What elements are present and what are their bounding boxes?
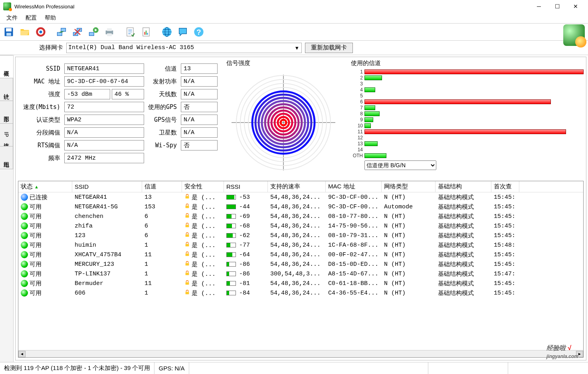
svg-rect-14: [107, 34, 112, 36]
rts-value: N/A: [64, 140, 144, 150]
target-button[interactable]: [34, 25, 48, 39]
th-mac[interactable]: MAC 地址: [326, 181, 382, 192]
table-row[interactable]: 可用NETGEAR41-5G153 是 (...-4454,48,36,24..…: [18, 202, 583, 212]
watermark: 经验啦 √ jingyanla.com: [546, 344, 578, 360]
report-button[interactable]: [139, 25, 153, 39]
save-button[interactable]: [2, 25, 16, 39]
app-icon: [3, 2, 11, 10]
svg-rect-42: [186, 215, 189, 218]
log-button[interactable]: [123, 25, 137, 39]
tab-summary[interactable]: 概要: [0, 55, 13, 78]
tab-ip[interactable]: IP 连接: [0, 123, 13, 146]
table-row[interactable]: 可用zhifa6 是 (...-6854,48,36,24...14-75-90…: [18, 221, 583, 231]
web-button[interactable]: [160, 25, 174, 39]
svg-rect-44: [186, 234, 189, 237]
status-orb-icon: [21, 251, 28, 258]
connect-button[interactable]: [54, 25, 69, 39]
channel-value: 13: [181, 63, 218, 74]
table-row[interactable]: 可用MERCURY_1231 是 (...-8654,48,36,24...D8…: [18, 259, 583, 269]
about-button[interactable]: [176, 25, 190, 39]
help-button[interactable]: ?: [192, 25, 206, 39]
th-rates[interactable]: 支持的速率: [268, 181, 326, 192]
status-orb-icon: [21, 241, 28, 249]
signal-title: 信号强度: [226, 59, 346, 67]
sort-asc-icon: ▲: [34, 184, 39, 189]
tab-graph[interactable]: 图形: [0, 101, 13, 124]
freq-label: 频率: [18, 154, 62, 162]
th-ssid[interactable]: SSID: [72, 181, 142, 192]
adapter-label: 选择网卡: [39, 44, 63, 51]
adapter-row: 选择网卡 Intel(R) Dual Band Wireless-AC 3165…: [0, 41, 588, 55]
gps-sig-label: GPS信号: [147, 116, 178, 124]
strength-pct: 46 %: [112, 89, 144, 99]
table-row[interactable]: 可用huimin1 是 (...-7754,48,36,24...1C-FA-6…: [18, 240, 583, 250]
menu-config[interactable]: 配置: [22, 14, 40, 22]
th-rssi[interactable]: RSSI: [224, 181, 268, 192]
svg-rect-46: [186, 253, 189, 256]
ant-label: 天线数: [147, 91, 178, 98]
menu-help[interactable]: 帮助: [42, 14, 59, 22]
menu-file[interactable]: 文件: [3, 14, 21, 22]
gps-sig-value: N/A: [181, 115, 218, 125]
table-row[interactable]: 可用XHCATV_4757B411 是 (...-6454,48,36,24..…: [18, 250, 583, 259]
frag-label: 分段阈值: [18, 129, 62, 137]
ant-value: N/A: [181, 89, 218, 99]
rts-label: RTS阈值: [18, 142, 62, 149]
hscrollbar[interactable]: ◄ ►: [18, 350, 583, 357]
status-orb-icon: [21, 261, 28, 268]
lock-icon: [184, 280, 190, 287]
minimize-button[interactable]: ─: [530, 0, 548, 12]
status-gps: GPS: N/A: [154, 362, 189, 374]
maximize-button[interactable]: ☐: [548, 0, 566, 12]
status-orb-icon: [21, 232, 28, 239]
signal-radar: [226, 69, 341, 172]
auth-label: 认证类型: [18, 116, 62, 124]
table-row[interactable]: 已连接NETGEAR4113 是 (...-5354,48,36,24...9C…: [18, 192, 583, 202]
table-row[interactable]: 可用1236 是 (...-6254,48,36,24...08-10-79-3…: [18, 231, 583, 240]
table-row[interactable]: 可用TP-LINK1371 是 (...-86300,54,48,3...A8-…: [18, 269, 583, 279]
lock-icon: [184, 251, 190, 259]
th-channel[interactable]: 信道: [142, 181, 182, 192]
open-button[interactable]: [18, 25, 32, 39]
frag-value: N/A: [64, 127, 144, 138]
close-button[interactable]: ✕: [566, 0, 585, 12]
th-first[interactable]: 首次查: [491, 181, 519, 192]
print-button[interactable]: [102, 25, 117, 39]
svg-rect-49: [186, 282, 189, 285]
lock-icon: [184, 289, 190, 297]
auth-value: WPA2: [64, 115, 144, 125]
lock-icon: [184, 203, 190, 211]
reload-adapter-button[interactable]: 重新加载网卡: [305, 43, 353, 53]
disconnect-button[interactable]: [70, 25, 85, 39]
table-row[interactable]: 可用6061 是 (...-8454,48,36,24...C4-36-55-E…: [18, 288, 583, 298]
lock-icon: [184, 222, 190, 230]
ap-table: 状态 ▲ SSID 信道 安全性 RSSI 支持的速率 MAC 地址 网络类型 …: [18, 181, 584, 358]
table-row[interactable]: 可用Bermuder11 是 (...-8154,48,36,24...C0-6…: [18, 279, 583, 288]
channel-mode-select[interactable]: 信道使用 B/G/N: [364, 160, 436, 170]
th-status[interactable]: 状态 ▲: [18, 181, 72, 192]
th-infra[interactable]: 基础结构: [436, 181, 491, 192]
sat-label: 卫星数: [147, 129, 178, 137]
txpower-value: N/A: [181, 76, 218, 87]
table-body[interactable]: 已连接NETGEAR4113 是 (...-5354,48,36,24...9C…: [18, 192, 583, 350]
svg-rect-1: [6, 28, 12, 32]
adapter-select[interactable]: Intel(R) Dual Band Wireless-AC 3165: [66, 43, 302, 53]
main-panel: SSID NETGEAR41 信道 13 MAC 地址 9C-3D-CF-00-…: [15, 57, 586, 360]
strength-dbm: -53 dBm: [64, 89, 110, 99]
table-row[interactable]: 可用chenchen6 是 (...-6954,48,36,24...08-10…: [18, 212, 583, 221]
wispy-label: Wi-Spy: [147, 142, 178, 149]
txpower-label: 发射功率: [147, 78, 178, 85]
tab-map[interactable]: 地图: [0, 146, 13, 169]
svg-rect-2: [6, 33, 11, 36]
status-orb-icon: [21, 194, 28, 201]
th-security[interactable]: 安全性: [182, 181, 224, 192]
status-orb-icon: [21, 280, 28, 287]
scroll-left-icon[interactable]: ◄: [18, 351, 26, 357]
svg-rect-18: [146, 31, 147, 35]
play-button[interactable]: [86, 25, 101, 39]
tab-stats[interactable]: 统计: [0, 78, 13, 101]
table-header: 状态 ▲ SSID 信道 安全性 RSSI 支持的速率 MAC 地址 网络类型 …: [18, 181, 583, 192]
th-nettype[interactable]: 网络类型: [382, 181, 436, 192]
sat-value: N/A: [181, 127, 218, 138]
channel-label: 信道: [147, 65, 178, 73]
